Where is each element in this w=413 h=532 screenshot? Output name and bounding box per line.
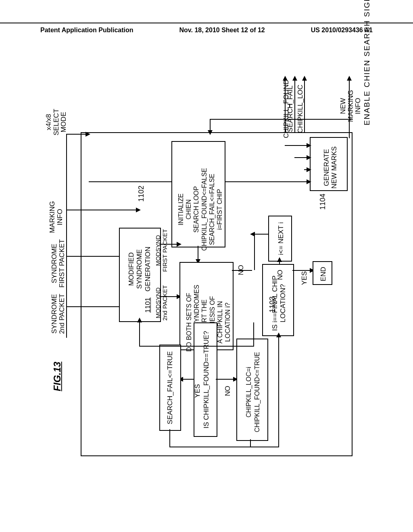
set-loc-box: CHIPKILL_LOC=iCHIPKILL_FOUND<=TRUE: [236, 339, 268, 441]
input-synd1-label: SYNDROMEFIRST PACKET: [51, 237, 66, 290]
header-left: Patent Application Publication: [40, 27, 133, 34]
ref-1104: 1104: [319, 193, 327, 210]
output-search-fail: SEARCH_FAIL: [286, 81, 294, 137]
search-fail-box: SEARCH_FAIL<=TRUE: [159, 345, 181, 431]
modsynd-first-label: MODSYNDFIRST PACKET: [155, 222, 168, 279]
is-found-no: NO: [224, 383, 232, 399]
header-center: Nov. 18, 2010 Sheet 12 of 12: [179, 27, 265, 34]
generate-marks-box: GENERATENEW MARKS: [310, 137, 348, 191]
initialize-box: INITIALIZECHIENSEARCH LOOPCHIPKILL_FOUND…: [171, 141, 225, 247]
modsynd-2nd-label: MODSYND2nd PACKET: [155, 275, 168, 331]
enable-signal-label: ENABLE CHIEN SEARCH SIGNAL: [363, 4, 371, 125]
ref-1103: 1103: [268, 296, 277, 312]
figure-diagram: x4/x8SELECTMODE MARKINGINFO SYNDROMEFIRS…: [48, 73, 363, 468]
figure-label: FIG.13: [52, 362, 63, 391]
next-i-box: i<= NEXT i: [268, 216, 292, 262]
output-new-marking: NEWMARKINGINFO: [340, 86, 362, 126]
is-found-box: IS CHIPKILL_FOUND==TRUE?: [194, 322, 217, 437]
output-chipkill-loc: CHIPKILL_LOC: [296, 81, 305, 137]
final-chip-yes: YES: [300, 270, 309, 286]
page-header: Patent Application Publication Nov. 18, …: [0, 23, 413, 34]
input-mode-label: x4/x8SELECTMODE: [45, 98, 68, 146]
final-chip-no: NO: [276, 267, 284, 283]
input-synd2-label: SYNDROME2nd PACKET: [51, 288, 66, 340]
end-box: END: [313, 261, 332, 285]
is-found-yes: YES: [194, 383, 202, 399]
ref-1102: 1102: [137, 185, 146, 202]
input-marking-label: MARKINGINFO: [49, 197, 64, 237]
